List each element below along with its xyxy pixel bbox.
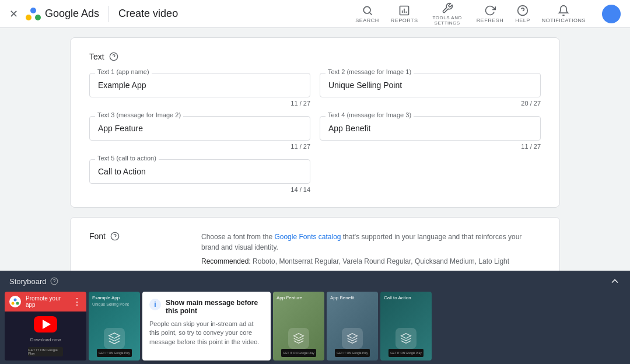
google-ads-logo-icon	[25, 6, 41, 22]
text3-field-group: Text 3 (message for Image 2) 11 / 27	[89, 116, 310, 150]
text5-label: Text 5 (call to action)	[95, 155, 159, 162]
search-nav-item[interactable]: SEARCH	[355, 5, 379, 23]
text-section-header: Text	[89, 52, 541, 61]
storyboard-bar: Storyboard Promote your app ⋮ Download n…	[0, 271, 630, 364]
frame1-label: Example App	[92, 295, 120, 300]
google-fonts-link[interactable]: Google Fonts catalog	[274, 233, 341, 241]
text4-label: Text 4 (message for Image 3)	[326, 111, 414, 118]
text5-counter: 14 / 14	[89, 186, 310, 193]
storyboard-frame-1[interactable]: Example App Unique Selling Point GET IT …	[89, 292, 140, 360]
svg-point-2	[30, 8, 36, 13]
main-content: Text Text 1 (app name) 11 / 27 Text 2 (m…	[0, 28, 630, 271]
text-section: Text Text 1 (app name) 11 / 27 Text 2 (m…	[70, 37, 560, 208]
notifications-label: NOTIFICATIONS	[542, 18, 586, 23]
frame2-label: App Feature	[276, 295, 302, 300]
promote-logo-icon	[9, 296, 21, 307]
font-desc-text: Choose a font from the	[201, 233, 272, 241]
nav-actions: SEARCH REPORTS TOOLS AND SETTINGS REFRES…	[355, 2, 621, 26]
storyboard-frames: Promote your app ⋮ Download now GET IT O…	[0, 292, 630, 364]
frame1-badge-text: GET IT ON Google Play	[99, 351, 130, 355]
reports-label: REPORTS	[391, 18, 418, 23]
svg-point-22	[16, 302, 19, 305]
frame1-app-icon	[104, 328, 125, 349]
font-section: Font Choose a font from the Google Fonts…	[70, 217, 560, 271]
text4-counter: 11 / 27	[320, 143, 541, 150]
text1-counter: 11 / 27	[89, 100, 310, 107]
frame2-badge-text: GET IT ON Google Play	[283, 351, 314, 355]
text2-field-group: Text 2 (message for Image 1) 20 / 27	[320, 73, 541, 107]
svg-point-23	[14, 299, 17, 302]
tooltip-info-icon: i	[149, 299, 161, 310]
font-title: Font	[89, 232, 106, 241]
storyboard-frame-3[interactable]: App Benefit GET IT ON Google Play	[327, 292, 378, 360]
svg-line-4	[369, 12, 372, 15]
font-description: Choose a font from the Google Fonts cata…	[201, 232, 541, 253]
text-help-icon[interactable]	[109, 52, 118, 61]
help-icon	[517, 5, 528, 16]
close-button[interactable]: ✕	[9, 8, 18, 20]
frame4-badge-text: GET IT ON Google Play	[390, 351, 421, 355]
frame3-app-icon	[342, 328, 363, 349]
text3-label: Text 3 (message for Image 2)	[95, 111, 183, 118]
reports-icon	[398, 5, 410, 16]
text-section-title: Text	[89, 52, 104, 61]
frame3-badge-text: GET IT ON Google Play	[337, 351, 368, 355]
refresh-label: REFRESH	[477, 18, 504, 23]
storyboard-title-group: Storyboard	[9, 277, 58, 286]
app-store-badge: GET IT ON Google Play	[28, 347, 63, 356]
tools-icon	[442, 2, 453, 14]
text3-input[interactable]	[89, 116, 310, 141]
text1-label: Text 1 (app name)	[95, 68, 152, 75]
notifications-nav-item[interactable]: NOTIFICATIONS	[542, 5, 586, 23]
tooltip-body-text: People can skip your in-stream ad at thi…	[149, 320, 264, 346]
text3-counter: 11 / 27	[89, 143, 310, 150]
help-nav-item[interactable]: HELP	[515, 5, 530, 23]
storyboard-collapse-icon[interactable]	[609, 275, 621, 287]
tooltip-title-text: Show main message before this point	[166, 299, 264, 315]
search-label: SEARCH	[355, 18, 379, 23]
frame4-store-badge: GET IT ON Google Play	[388, 349, 424, 357]
svg-point-1	[35, 15, 41, 20]
text5-field-group: Text 5 (call to action) 14 / 14	[89, 159, 310, 193]
font-section-body: Choose a font from the Google Fonts cata…	[201, 232, 541, 271]
download-text: Download now	[30, 337, 61, 342]
refresh-nav-item[interactable]: REFRESH	[477, 5, 504, 23]
text2-counter: 20 / 27	[320, 100, 541, 107]
frame4-label: Call to Action	[384, 295, 411, 300]
text1-input[interactable]	[89, 73, 310, 97]
reports-nav-item[interactable]: REPORTS	[391, 5, 418, 23]
promote-menu-icon[interactable]: ⋮	[72, 296, 82, 307]
storyboard-header: Storyboard	[0, 271, 630, 292]
font-help-icon[interactable]	[110, 232, 120, 241]
frame2-app-icon	[288, 328, 309, 349]
text5-input[interactable]	[89, 159, 310, 184]
page-title: Create video	[118, 8, 178, 20]
bell-icon	[558, 5, 569, 16]
tooltip-header: i Show main message before this point	[149, 299, 264, 315]
storyboard-tooltip: i Show main message before this point Pe…	[142, 292, 271, 360]
user-avatar[interactable]	[602, 5, 621, 23]
storyboard-help-icon[interactable]	[50, 277, 58, 285]
recommended-label: Recommended:	[201, 257, 251, 265]
frame1-sublabel: Unique Selling Point	[92, 302, 129, 306]
nav-divider	[108, 6, 109, 22]
brand-name: Google Ads	[45, 8, 99, 20]
font-recommended: Recommended: Roboto, Montserrat Regular,…	[201, 256, 541, 267]
svg-point-3	[363, 6, 370, 13]
store-text: GET IT ON Google Play	[28, 348, 63, 355]
text2-input[interactable]	[320, 73, 541, 97]
text4-field-group: Text 4 (message for Image 3) 11 / 27	[320, 116, 541, 150]
text4-input[interactable]	[320, 116, 541, 141]
storyboard-title-text: Storyboard	[9, 277, 47, 286]
storyboard-frame-promote[interactable]: Promote your app ⋮ Download now GET IT O…	[5, 292, 86, 360]
text2-label: Text 2 (message for Image 1)	[326, 68, 414, 75]
search-icon	[362, 5, 373, 16]
tools-nav-item[interactable]: TOOLS AND SETTINGS	[430, 2, 465, 26]
frame3-label: App Benefit	[330, 295, 354, 300]
help-label: HELP	[515, 18, 530, 23]
promote-title: Promote your app	[26, 295, 68, 308]
frame4-app-icon	[396, 328, 416, 349]
storyboard-frame-4[interactable]: Call to Action GET IT ON Google Play	[380, 292, 432, 360]
storyboard-frame-2[interactable]: App Feature GET IT ON Google Play	[273, 292, 324, 360]
font-section-header: Font	[89, 232, 183, 253]
